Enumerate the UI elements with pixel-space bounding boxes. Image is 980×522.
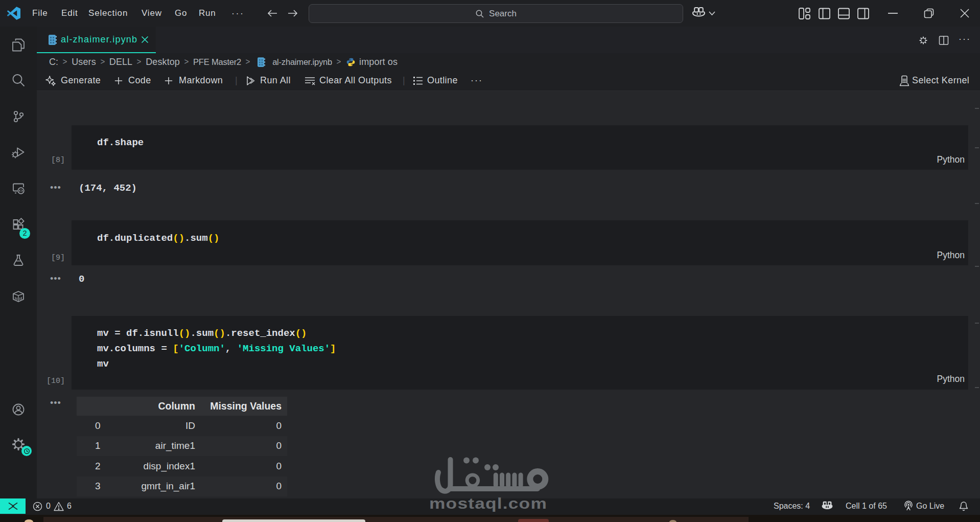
svg-text:mostaql.com: mostaql.com [429,495,547,512]
